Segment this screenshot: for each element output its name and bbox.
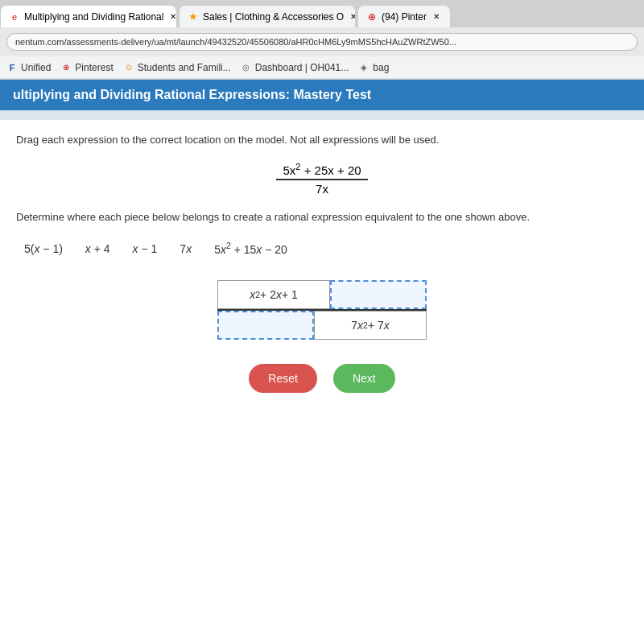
bookmarks-bar: F Unified ⊕ Pinterest ⊙ Students and Fam… xyxy=(0,56,644,79)
tab-close-3[interactable]: ✕ xyxy=(431,11,442,23)
instruction-text: Drag each expression to the correct loca… xyxy=(16,133,628,147)
address-bar: nentum.com/assessments-delivery/ua/mt/la… xyxy=(0,27,644,56)
tab-favicon-3: ⊕ xyxy=(366,11,378,23)
bookmark-dashboard[interactable]: ◎ Dashboard | OH041... xyxy=(241,62,349,73)
model-numerator-drop[interactable] xyxy=(330,280,427,309)
model-area: x2 + 2x + 1 7x2 + 7x xyxy=(121,280,523,340)
page-header: ultiplying and Dividing Rational Express… xyxy=(0,80,644,110)
browser-chrome: e Multiplying and Dividing Rational ✕ ★ … xyxy=(0,0,644,80)
expr-option-3[interactable]: x − 1 xyxy=(133,242,158,255)
header-strip xyxy=(0,110,644,120)
tab-bar: e Multiplying and Dividing Rational ✕ ★ … xyxy=(0,0,644,27)
button-row: Reset Next xyxy=(16,364,628,393)
determine-text: Determine where each piece below belongs… xyxy=(16,210,628,225)
tab-label-1: Multiplying and Dividing Rational xyxy=(24,11,163,23)
model-denominator-drop[interactable] xyxy=(217,311,314,340)
bookmark-students[interactable]: ⊙ Students and Famili... xyxy=(123,62,231,73)
given-denominator: 7x xyxy=(309,180,335,197)
tab-favicon-1: e xyxy=(9,11,20,23)
tab-pinterest[interactable]: ⊕ (94) Pinter ✕ xyxy=(357,5,451,27)
expr-option-5[interactable]: 5x2 + 15x − 20 xyxy=(214,241,287,256)
tab-close-1[interactable]: ✕ xyxy=(167,11,177,23)
expr-option-2[interactable]: x + 4 xyxy=(85,242,110,255)
model-numerator-filled[interactable]: x2 + 2x + 1 xyxy=(217,280,330,309)
tab-label-3: (94) Pinter xyxy=(382,11,427,23)
model-denominator-filled[interactable]: 7x2 + 7x xyxy=(314,311,427,340)
model-left-fraction: x2 + 2x + 1 7x2 + 7x xyxy=(217,280,427,340)
expr-option-4[interactable]: 7x xyxy=(180,242,192,255)
bookmark-label-bag: bag xyxy=(373,62,389,73)
url-input[interactable]: nentum.com/assessments-delivery/ua/mt/la… xyxy=(6,33,638,51)
next-button[interactable]: Next xyxy=(333,364,395,393)
bookmark-label-dashboard: Dashboard | OH041... xyxy=(255,62,349,73)
bookmark-pinterest[interactable]: ⊕ Pinterest xyxy=(60,62,113,73)
bookmark-favicon-dashboard: ◎ xyxy=(241,62,252,73)
bookmark-favicon-pinterest: ⊕ xyxy=(60,62,72,73)
tab-label-2: Sales | Clothing & Accessories O xyxy=(203,11,344,23)
bookmark-label-students: Students and Famili... xyxy=(138,62,231,73)
tab-sales[interactable]: ★ Sales | Clothing & Accessories O ✕ xyxy=(179,5,356,27)
tab-favicon-2: ★ xyxy=(188,11,199,23)
main-content: Drag each expression to the correct loca… xyxy=(0,120,644,406)
bookmark-unified[interactable]: F Unified xyxy=(6,62,51,73)
tab-close-2[interactable]: ✕ xyxy=(348,11,356,23)
given-fraction: 5x2 + 25x + 20 7x xyxy=(16,160,628,197)
page-title: ultiplying and Dividing Rational Express… xyxy=(13,88,371,101)
bookmark-favicon-bag: ◈ xyxy=(358,62,369,73)
given-numerator: 5x2 + 25x + 20 xyxy=(276,160,367,180)
bookmark-favicon-unified: F xyxy=(6,62,18,73)
expr-option-1[interactable]: 5(x − 1) xyxy=(24,242,63,255)
bookmark-bag[interactable]: ◈ bag xyxy=(358,62,389,73)
reset-button[interactable]: Reset xyxy=(249,364,317,393)
bookmark-label-pinterest: Pinterest xyxy=(75,62,113,73)
tab-multiplying[interactable]: e Multiplying and Dividing Rational ✕ xyxy=(0,5,177,27)
expression-options: 5(x − 1) x + 4 x − 1 7x 5x2 + 15x − 20 xyxy=(24,241,628,256)
bookmark-label-unified: Unified xyxy=(21,62,51,73)
bookmark-favicon-students: ⊙ xyxy=(123,62,134,73)
